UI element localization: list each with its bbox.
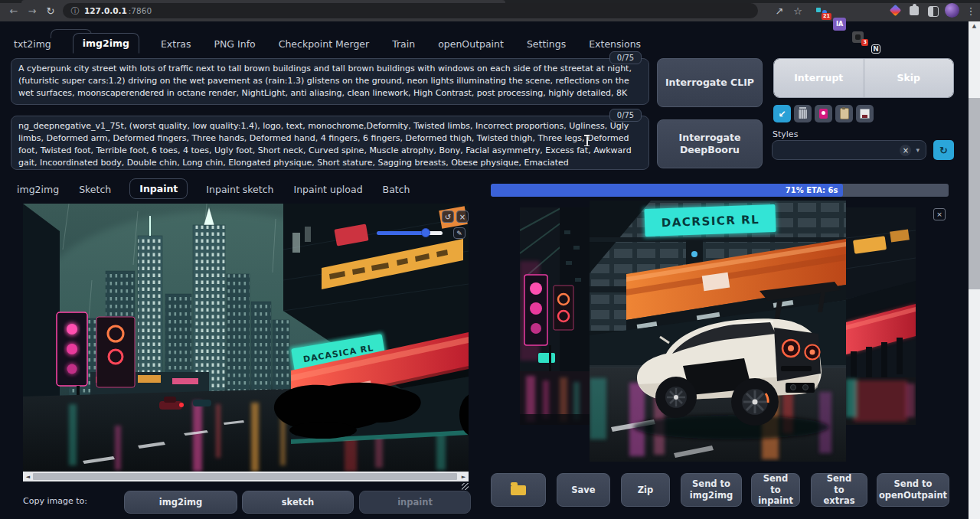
scroll-right-icon[interactable]: ► <box>459 474 469 480</box>
url-host: 127.0.0.1 <box>84 6 127 15</box>
gallery-thumb-left[interactable] <box>520 207 590 425</box>
folder-icon <box>511 485 526 495</box>
extension-b-badge: 3 <box>861 39 868 46</box>
send-to-inpaint-button[interactable]: Send to inpaint <box>751 473 800 507</box>
copy-to-img2img-button[interactable]: img2img <box>124 491 237 514</box>
inpaint-source-image: DACASICA RL <box>23 204 469 472</box>
copy-image-to-label: Copy image to: <box>23 496 87 506</box>
canvas-resize-handle[interactable] <box>462 483 469 490</box>
tab-txt2img[interactable]: txt2img <box>12 34 53 54</box>
profile-avatar[interactable] <box>945 3 959 18</box>
canvas-undo-button[interactable]: ↺ <box>442 211 454 223</box>
extra-networks-button[interactable] <box>815 105 832 122</box>
thumb-left-image <box>520 207 590 425</box>
brush-size-slider-knob[interactable] <box>421 228 430 237</box>
url-port: :7860 <box>129 6 152 15</box>
chevron-down-icon[interactable]: ▾ <box>916 146 920 154</box>
forward-button[interactable]: → <box>24 3 40 18</box>
send-to-img2img-button[interactable]: Send to img2img <box>681 473 742 507</box>
canvas-remove-image-button[interactable]: × <box>456 211 469 223</box>
gallery-preview-image[interactable]: DACRSICR RL <box>590 201 846 462</box>
clear-styles-icon[interactable]: × <box>900 145 911 156</box>
gallery-thumb-right[interactable] <box>846 207 916 425</box>
negative-prompt-input[interactable]: ng_deepnegative_v1_75t, (worst quality, … <box>11 116 649 170</box>
page-v-scrollbar[interactable]: ▲ <box>969 21 980 519</box>
extensions-puzzle-button[interactable] <box>910 6 919 15</box>
trash-icon <box>799 109 807 119</box>
apply-styles-button[interactable] <box>835 105 853 122</box>
tab-settings[interactable]: Settings <box>525 34 567 54</box>
omnibox[interactable]: ⓘ 127.0.0.1:7860 <box>63 3 758 18</box>
extension-a-badge: 21 <box>822 13 831 20</box>
img2img-mode-tabs: img2img Sketch Inpaint Inpaint sketch In… <box>15 178 412 199</box>
interrogate-deepbooru-button[interactable]: Interrogate DeepBooru <box>657 119 763 168</box>
app-root: ← → ↻ ⓘ 127.0.0.1:7860 ↗ ☆ 21 IA 3 N ⋮ t… <box>0 0 980 519</box>
copy-to-inpaint-button[interactable]: inpaint <box>359 491 471 514</box>
interrupt-button[interactable]: Interrupt <box>774 59 864 97</box>
save-button[interactable]: Save <box>557 473 610 507</box>
tab-openoutpaint[interactable]: openOutpaint <box>436 34 505 54</box>
extension-icon-a[interactable]: 21 <box>815 5 828 18</box>
copy-to-sketch-button[interactable]: sketch <box>242 491 354 514</box>
inpaint-canvas[interactable]: DACASICA RL <box>23 204 469 472</box>
scroll-up-icon[interactable]: ▲ <box>969 23 980 29</box>
send-to-openoutpaint-button[interactable]: Send to openOutpaint <box>877 473 949 507</box>
half-square-icon <box>928 6 939 17</box>
reload-button[interactable]: ↻ <box>43 3 58 18</box>
prompt-input[interactable]: A cyberpunk city street with lots of tra… <box>11 58 649 105</box>
tab-checkpoint-merger[interactable]: Checkpoint Merger <box>277 34 371 54</box>
extension-icon-notion[interactable]: N <box>871 44 880 54</box>
gallery-close-button[interactable]: × <box>933 208 946 220</box>
zip-button[interactable]: Zip <box>621 473 670 507</box>
darkreader-icon[interactable] <box>928 6 939 17</box>
site-info-icon[interactable]: ⓘ <box>70 6 80 15</box>
tab-extras[interactable]: Extras <box>159 34 193 54</box>
tab-train[interactable]: Train <box>390 34 416 54</box>
main-tab-row: txt2img img2img Extras PNG Info Checkpoi… <box>12 32 642 54</box>
browser-menu-button[interactable]: ⋮ <box>963 3 978 18</box>
canvas-h-scroll-thumb[interactable] <box>33 473 457 480</box>
share-button[interactable]: ↗ <box>772 3 787 18</box>
clear-prompt-button[interactable] <box>794 105 812 122</box>
extension-icon-ia[interactable]: IA <box>833 18 846 31</box>
tab-img2img[interactable]: img2img <box>73 33 139 54</box>
prompt-token-counter: 0/75 <box>609 51 642 64</box>
subtab-inpaint-upload[interactable]: Inpaint upload <box>292 180 364 199</box>
paste-params-button[interactable]: ↙ <box>773 105 791 122</box>
extension-icon-b[interactable]: 3 <box>851 31 864 44</box>
subtab-img2img[interactable]: img2img <box>15 180 60 199</box>
card-icon <box>819 109 828 119</box>
refresh-styles-button[interactable]: ↻ <box>933 140 954 160</box>
subtab-batch[interactable]: Batch <box>381 180 412 199</box>
negative-token-counter: 0/75 <box>609 109 642 122</box>
tab-png-info[interactable]: PNG Info <box>212 34 256 54</box>
subtab-sketch[interactable]: Sketch <box>77 180 113 199</box>
skip-button[interactable]: Skip <box>864 59 954 97</box>
interrogate-clip-button[interactable]: Interrogate CLIP <box>657 58 763 107</box>
canvas-h-scrollbar[interactable]: ◄ ► <box>23 472 469 481</box>
run-controls-group: Interrupt Skip <box>773 58 954 98</box>
subtab-inpaint-sketch[interactable]: Inpaint sketch <box>204 180 275 199</box>
back-button[interactable]: ← <box>6 3 21 18</box>
thumb-right-image <box>846 207 916 425</box>
gallery-area: DACRSICR RL <box>490 197 949 470</box>
open-folder-button[interactable] <box>491 473 546 507</box>
gemini-diamond-icon <box>890 5 902 17</box>
scroll-left-icon[interactable]: ◄ <box>23 474 33 480</box>
interrogate-deepbooru-label: Interrogate DeepBooru <box>671 132 748 157</box>
brush-size-slider[interactable] <box>377 231 443 235</box>
send-to-extras-button[interactable]: Send to extras <box>811 473 867 507</box>
brush-tool-button[interactable]: ✎ <box>453 227 466 239</box>
styles-dropdown[interactable]: × ▾ <box>772 140 926 160</box>
progress-fill: 71% ETA: 6s <box>491 184 843 197</box>
prompt-box: A cyberpunk city street with lots of tra… <box>11 58 649 105</box>
extension-icon-gemini[interactable] <box>891 6 900 15</box>
browser-toolbar: ← → ↻ ⓘ 127.0.0.1:7860 ↗ ☆ 21 IA 3 N ⋮ <box>0 0 980 21</box>
clipboard-icon <box>840 108 849 119</box>
negative-prompt-box: ng_deepnegative_v1_75t, (worst quality, … <box>11 116 649 170</box>
text-cursor <box>583 135 590 146</box>
subtab-inpaint[interactable]: Inpaint <box>129 178 188 199</box>
page-v-scroll-thumb[interactable] <box>969 98 980 289</box>
bookmark-star-button[interactable]: ☆ <box>790 3 805 18</box>
save-style-button[interactable] <box>856 105 874 122</box>
